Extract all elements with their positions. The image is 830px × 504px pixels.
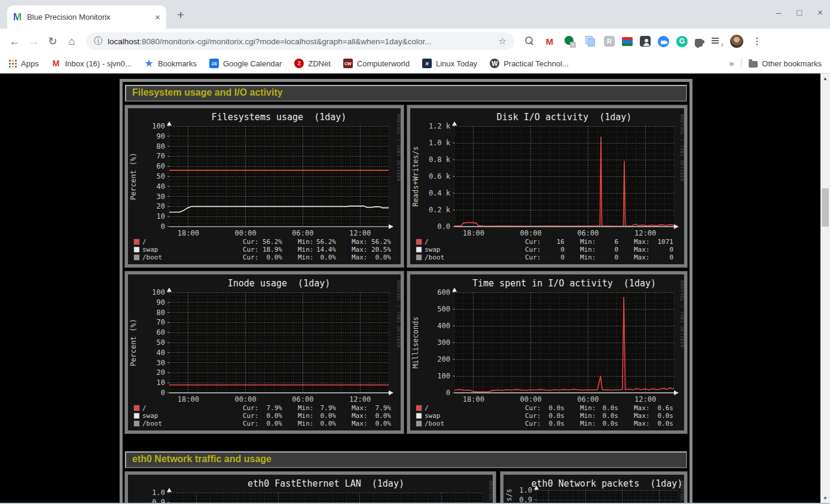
legend-value-cur: 0 <box>560 246 564 253</box>
legend-col-label: Max: <box>352 412 368 420</box>
legend-col-label: Max: <box>352 246 368 253</box>
avatar-icon[interactable] <box>730 35 743 48</box>
home-icon[interactable]: ⌂ <box>62 35 81 48</box>
chat-icon[interactable] <box>563 35 576 48</box>
legend-label: / <box>425 404 429 412</box>
bookmark-star-icon[interactable]: ☆ <box>499 36 506 47</box>
legend-value-min: 7.9% <box>321 404 337 412</box>
legend-value-max: 0.0s <box>658 412 674 420</box>
legend-col-label: Max: <box>634 404 650 412</box>
bookmark-label: Practical Technol... <box>504 59 569 68</box>
graph-title: eth0 FastEthernet LAN (1day) <box>248 478 404 489</box>
scroll-up-icon[interactable]: ▲ <box>820 74 830 83</box>
legend-value-cur: 0.0% <box>267 420 283 427</box>
y-tick-label: 1.2 k <box>429 122 451 130</box>
bookmark-label: Linux Today <box>436 59 477 68</box>
legend-swatch <box>416 239 422 245</box>
other-bookmarks-button[interactable]: Other bookmarks <box>749 59 822 68</box>
copy-icon[interactable] <box>584 35 597 48</box>
bookmark-item[interactable]: 28Google Calendar <box>209 59 282 68</box>
maximize-icon[interactable]: □ <box>797 7 802 17</box>
apps-icon <box>8 59 17 68</box>
y-tick-label: 0.8 k <box>429 155 451 164</box>
bookmark-item[interactable]: ZZDNet <box>294 59 331 68</box>
graph-panel-disk-io[interactable]: Disk I/O activity (1day)0.00.2 k0.4 k0.6… <box>407 105 687 267</box>
url-text[interactable]: localhost:8080/monitorix-cgi/monitorix.c… <box>108 37 493 46</box>
y-tick-label: 50 <box>157 172 165 181</box>
folder-icon <box>749 61 758 68</box>
r-app-icon[interactable]: R <box>604 36 615 47</box>
graph-eth0-packets: eth0 Network packets (1day)0.91.018:0000… <box>504 475 684 504</box>
silhouette-icon[interactable] <box>640 36 651 47</box>
x-tick-label: 18:00 <box>463 229 484 237</box>
minimize-icon[interactable]: – <box>776 7 781 17</box>
graph-panel-inode-usage[interactable]: Inode usage (1day)0102030405060708090100… <box>125 271 404 433</box>
bookmark-item[interactable]: ★Bookmarks <box>144 59 197 68</box>
graph-row: Inode usage (1day)0102030405060708090100… <box>125 271 687 433</box>
legend-value-cur: 56.2% <box>263 238 282 246</box>
legend-col-label: Min: <box>580 412 596 420</box>
puzzle-icon[interactable] <box>695 39 703 47</box>
legend-col-label: Cur: <box>525 238 541 246</box>
zoom-cam-icon[interactable] <box>658 36 669 47</box>
reload-icon[interactable]: ↻ <box>43 35 62 48</box>
gmail-icon[interactable]: M <box>543 35 556 48</box>
scroll-down-icon[interactable]: ▼ <box>820 493 830 503</box>
x-tick-label: 12:00 <box>349 395 371 404</box>
rrdtool-watermark: RRDTOOL / TOBI OETIKER <box>679 481 684 504</box>
grammarly-icon[interactable]: G <box>676 36 688 47</box>
bookmark-item[interactable]: MInbox (16) - sjvn0... <box>51 59 132 68</box>
legend-col-label: Min: <box>298 238 314 246</box>
search-icon[interactable] <box>523 35 536 48</box>
new-tab-button[interactable]: + <box>177 8 184 22</box>
graph-panel-eth0-lan[interactable]: eth0 FastEthernet LAN (1day)0.80.91.018:… <box>125 472 496 504</box>
page-info-icon[interactable]: ⓘ <box>94 36 102 47</box>
legend-col-label: Max: <box>352 238 368 246</box>
scrollbar-thumb[interactable] <box>822 188 829 227</box>
y-axis-label: Percent (%) <box>129 319 138 366</box>
tab-close-icon[interactable]: × <box>155 12 160 22</box>
books-icon[interactable] <box>622 37 633 46</box>
bookmark-item[interactable]: WPractical Technol... <box>490 59 569 68</box>
bookmark-item[interactable]: Apps <box>8 59 39 68</box>
y-tick-label: 100 <box>152 288 165 297</box>
bookmark-label: Bookmarks <box>158 59 197 68</box>
address-bar[interactable]: ⓘ localhost:8080/monitorix-cgi/monitorix… <box>86 32 514 50</box>
cw-icon: CW <box>343 59 353 68</box>
legend-value-cur: 0.0% <box>267 412 283 420</box>
bookmarks-overflow-icon[interactable]: » <box>730 59 734 68</box>
y-tick-label: 1.0 <box>152 488 165 497</box>
y-tick-label: 90 <box>157 298 165 307</box>
window-controls: – □ × <box>776 7 823 17</box>
browser-tab[interactable]: M Blue Precision Monitorix × <box>7 5 166 29</box>
bookmark-item[interactable]: ltLinux Today <box>422 59 477 68</box>
graph-panel-io-time[interactable]: Time spent in I/O activity (1day)0100200… <box>407 271 687 433</box>
playlist-icon[interactable] <box>710 35 723 48</box>
legend-value-max: 0.0% <box>376 253 392 261</box>
x-tick-label: 06:00 <box>292 395 313 404</box>
bookmark-item[interactable]: CWComputerworld <box>343 59 410 68</box>
legend-col-label: Cur: <box>525 253 541 261</box>
scrollbar[interactable]: ▲ ▼ <box>820 74 830 504</box>
y-axis-label: Reads+Writes/s <box>411 146 420 206</box>
graph-panel-filesystems-usage[interactable]: Filesystems usage (1day)0102030405060708… <box>125 105 404 267</box>
legend-value-max: 20.5% <box>371 246 391 253</box>
forward-icon[interactable]: → <box>24 35 43 48</box>
graph-title: Inode usage (1day) <box>228 278 331 289</box>
graph-panel-eth0-packets[interactable]: eth0 Network packets (1day)0.91.018:0000… <box>501 472 687 504</box>
graph-io-time: Time spent in I/O activity (1day)0100200… <box>410 274 684 430</box>
graph-title: Disk I/O activity (1day) <box>497 112 632 123</box>
legend-label: swap <box>142 246 158 253</box>
legend-swatch <box>134 247 139 252</box>
back-icon[interactable]: ← <box>5 35 24 48</box>
legend-swatch <box>134 239 139 245</box>
legend-col-label: Cur: <box>243 246 259 253</box>
graph-row: Filesystems usage (1day)0102030405060708… <box>125 105 687 267</box>
rrdtool-watermark: RRDTOOL / TOBI OETIKER <box>679 280 684 348</box>
menu-icon[interactable]: ⋮ <box>750 35 764 48</box>
legend-swatch <box>134 413 139 419</box>
close-icon[interactable]: × <box>817 7 823 17</box>
legend-value-cur: 7.9% <box>267 404 283 412</box>
section-header: Filesystem usage and I/O activity <box>125 85 687 102</box>
y-tick-label: 0.4 k <box>429 189 451 197</box>
